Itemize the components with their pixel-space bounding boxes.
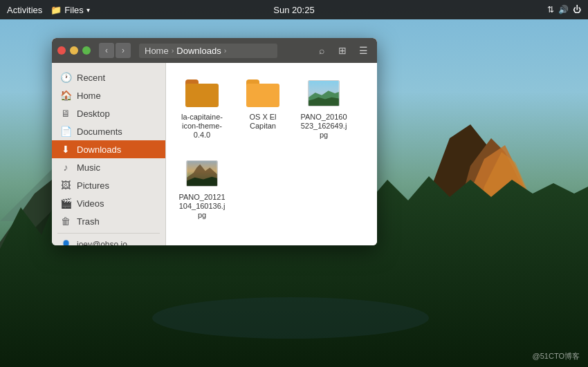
sidebar-label-music: Music bbox=[77, 162, 100, 173]
topbar-clock: Sun 20:25 bbox=[273, 5, 314, 15]
recent-icon: 🕐 bbox=[60, 72, 71, 83]
pictures-icon: 🖼 bbox=[60, 180, 71, 191]
sidebar-item-recent[interactable]: 🕐 Recent bbox=[52, 68, 165, 86]
files-dropdown-icon: ▾ bbox=[86, 6, 90, 14]
image-icon-pano1 bbox=[307, 77, 340, 110]
sidebar-label-pictures: Pictures bbox=[77, 180, 109, 191]
videos-icon: 🎬 bbox=[60, 198, 71, 209]
file-item-pano1[interactable]: PANO_20160523_162649.jpg bbox=[296, 71, 351, 146]
network-icon[interactable]: ⇅ bbox=[547, 5, 554, 15]
home-icon: 🏠 bbox=[60, 90, 71, 101]
file-name-pano1: PANO_20160523_162649.jpg bbox=[299, 113, 349, 140]
breadcrumb-current[interactable]: Downloads bbox=[174, 45, 223, 57]
topbar-right: ⇅ 🔊 ⏻ bbox=[547, 5, 581, 15]
folder-icon-la-capitaine bbox=[185, 77, 219, 110]
topbar: Activities 📁 Files ▾ Sun 20:25 ⇅ 🔊 ⏻ bbox=[0, 0, 588, 19]
sidebar-item-documents[interactable]: 📄 Documents bbox=[52, 122, 165, 140]
sidebar-label-downloads: Downloads bbox=[77, 144, 121, 155]
sidebar-label-account: joey@ohso.io bbox=[77, 240, 127, 245]
file-item-osx[interactable]: OS X El Capitan bbox=[235, 71, 291, 146]
documents-icon: 📄 bbox=[60, 126, 71, 137]
sidebar-label-home: Home bbox=[77, 91, 101, 101]
sidebar-item-music[interactable]: ♪ Music bbox=[52, 158, 165, 176]
file-name-la-capitaine: la-capitaine-icon-theme-0.4.0 bbox=[177, 113, 227, 140]
power-icon[interactable]: ⏻ bbox=[573, 5, 581, 15]
window-controls bbox=[57, 46, 91, 55]
titlebar: ‹ › Home › Downloads › ⌕ ⊞ ☰ bbox=[52, 38, 377, 63]
sidebar-item-pictures[interactable]: 🖼 Pictures bbox=[52, 176, 165, 194]
forward-button[interactable]: › bbox=[116, 43, 131, 58]
file-item-la-capitaine[interactable]: la-capitaine-icon-theme-0.4.0 bbox=[174, 71, 230, 146]
maximize-button[interactable] bbox=[82, 46, 91, 55]
view-grid-button[interactable]: ⊞ bbox=[334, 42, 351, 59]
view-list-button[interactable]: ☰ bbox=[355, 42, 371, 59]
file-name-pano2: PANO_20121104_160136.jpg bbox=[177, 193, 227, 220]
sidebar-label-recent: Recent bbox=[77, 73, 105, 83]
nav-arrows: ‹ › bbox=[99, 43, 131, 58]
close-button[interactable] bbox=[57, 46, 66, 55]
back-button[interactable]: ‹ bbox=[99, 43, 114, 58]
sidebar-item-videos[interactable]: 🎬 Videos bbox=[52, 194, 165, 212]
sidebar-divider bbox=[57, 233, 160, 234]
sidebar-label-trash: Trash bbox=[77, 216, 100, 227]
music-icon: ♪ bbox=[60, 162, 71, 173]
topbar-left: Activities 📁 Files ▾ bbox=[7, 5, 90, 15]
svg-point-10 bbox=[152, 297, 429, 339]
sidebar-item-account[interactable]: 👤 joey@ohso.io bbox=[52, 236, 165, 245]
sidebar-label-desktop: Desktop bbox=[77, 109, 110, 119]
sidebar-label-videos: Videos bbox=[77, 198, 104, 209]
file-name-osx: OS X El Capitan bbox=[238, 113, 288, 131]
titlebar-actions: ⌕ ⊞ ☰ bbox=[313, 42, 371, 59]
image-icon-pano2 bbox=[185, 157, 219, 190]
breadcrumb-end: › bbox=[224, 46, 227, 55]
sound-icon[interactable]: 🔊 bbox=[558, 5, 569, 15]
watermark: @51CTO博客 bbox=[533, 351, 580, 361]
account-icon: 👤 bbox=[60, 240, 71, 245]
sidebar-label-documents: Documents bbox=[77, 126, 122, 137]
breadcrumb-home[interactable]: Home bbox=[142, 45, 172, 57]
file-area: la-capitaine-icon-theme-0.4.0 OS X El Ca… bbox=[166, 63, 377, 245]
sidebar: 🕐 Recent 🏠 Home 🖥 Desktop 📄 Documents ⬇ … bbox=[52, 63, 166, 245]
search-button[interactable]: ⌕ bbox=[313, 42, 330, 59]
file-item-pano2[interactable]: PANO_20121104_160136.jpg bbox=[174, 151, 230, 226]
sidebar-item-desktop[interactable]: 🖥 Desktop bbox=[52, 104, 165, 122]
folder-icon-osx bbox=[246, 77, 279, 110]
file-manager-window: ‹ › Home › Downloads › ⌕ ⊞ ☰ 🕐 Recent 🏠 … bbox=[52, 38, 377, 245]
desktop-icon: 🖥 bbox=[60, 108, 71, 119]
activities-button[interactable]: Activities bbox=[7, 5, 42, 15]
files-menu[interactable]: 📁 Files ▾ bbox=[50, 5, 89, 15]
sidebar-item-home[interactable]: 🏠 Home bbox=[52, 86, 165, 104]
breadcrumb: Home › Downloads › bbox=[139, 44, 277, 58]
content-area: 🕐 Recent 🏠 Home 🖥 Desktop 📄 Documents ⬇ … bbox=[52, 63, 377, 245]
sidebar-item-downloads[interactable]: ⬇ Downloads bbox=[52, 140, 165, 158]
sidebar-item-trash[interactable]: 🗑 Trash bbox=[52, 212, 165, 230]
files-icon: 📁 bbox=[50, 5, 62, 15]
minimize-button[interactable] bbox=[70, 46, 78, 55]
trash-icon: 🗑 bbox=[60, 216, 71, 227]
downloads-icon: ⬇ bbox=[60, 144, 71, 155]
